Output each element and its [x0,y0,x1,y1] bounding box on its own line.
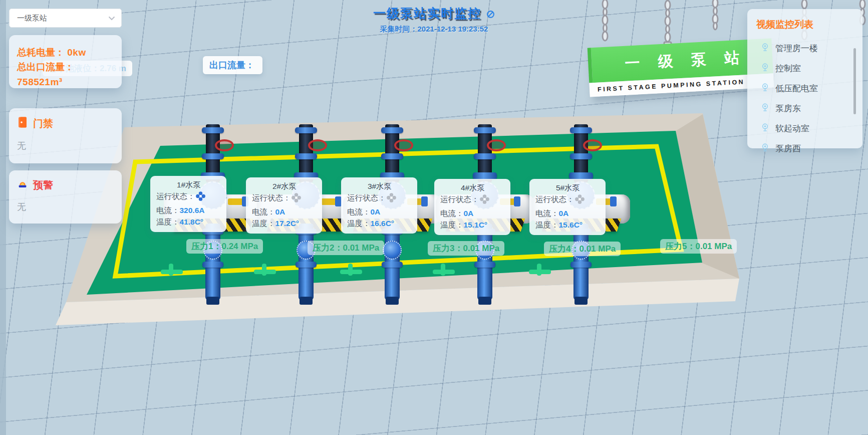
video-item-pumphouse-east[interactable]: 泵房东 [747,98,862,118]
pump-temp-row: 温度：15.1C° [440,220,505,231]
video-item-management-1f[interactable]: 管理房一楼 [747,38,862,58]
pipe-flange [382,262,403,268]
drain-fitting [537,264,541,276]
video-list: 管理房一楼 控制室 低压配电室 泵房东 软起动室 泵房西 [747,38,862,158]
coupling-tip [610,196,617,206]
pump-status-row: 运行状态： [252,192,317,206]
fan-stopped-icon [574,197,585,206]
station-select-value: 一级泵站 [17,14,47,23]
temp-value: 41.8C° [180,218,204,226]
fan-stopped-icon [291,196,302,204]
door-access-title: 门禁 [33,117,53,130]
valve-handwheel [394,139,413,151]
status-label: 运行状态： [252,193,291,202]
total-power-value: 0kw [67,47,86,58]
door-access-panel: 门禁 无 [9,108,122,163]
current-label: 电流： [347,207,371,216]
temp-label: 温度： [156,218,180,226]
temp-label: 温度： [347,219,371,228]
drain-fitting [169,264,173,276]
coupling [228,198,243,205]
current-value: 320.6A [180,206,205,214]
door-icon [17,116,28,131]
temp-value: 16.6C° [371,219,395,228]
pipe-flange [474,262,495,268]
camera-icon [760,142,770,155]
pipe-flange [570,153,592,159]
chain-2 [664,1,671,45]
video-item-label: 低压配电室 [775,83,818,94]
camera-icon [760,62,770,75]
video-item-label: 泵房东 [775,103,801,114]
pump-current-row: 电流：0A [252,206,317,218]
status-label: 运行状态： [440,195,479,203]
gate-valve [383,241,402,260]
current-label: 电流： [252,207,275,216]
fan-stopped-icon [386,196,397,204]
door-access-content: 无 [17,140,114,152]
pump-status-row: 运行状态： [535,194,601,208]
video-list-scrollbar[interactable] [853,48,856,114]
pressure-tag-2: 压力2：0.01 MPa [308,241,384,255]
pipe-foot [206,297,219,305]
pump-station-dashboard: { "header": { "station_selector": { "val… [0,0,868,435]
pipe-foot [478,297,491,305]
pipe-flange [295,127,317,133]
drain-fitting [348,264,353,276]
pipe-flange [202,127,224,133]
valve-handwheel [487,139,506,151]
video-item-control-room[interactable]: 控制室 [747,58,862,78]
video-item-lv-power-room[interactable]: 低压配电室 [747,78,862,98]
camera-icon [760,82,770,95]
station-sign-banner: 一 级 泵 站 FIRST STAGE PUMPING STATION [588,38,774,97]
total-flow-value: 758521m³ [17,75,122,89]
pump-name: 2#水泵 [252,181,317,192]
pipe-flange [473,172,497,179]
pump-name: 3#水泵 [347,181,412,192]
temp-label: 温度： [440,221,464,229]
hide-labels-icon[interactable] [486,10,495,21]
camera-icon [760,42,770,55]
pump-card-2: 2#水泵 运行状态： 电流：0A 温度：17.2C° [246,177,322,234]
warning-title: 预警 [33,178,53,192]
video-item-pumphouse-west[interactable]: 泵房西 [747,138,862,158]
pipe-flange [295,153,317,159]
pump-temp-row: 温度：16.6C° [347,218,412,230]
current-label: 电流： [156,206,180,214]
temp-value: 15.1C° [464,221,488,229]
pressure-tag-5: 压力5：0.01 MPa [660,239,737,254]
fan-running-icon [195,194,206,203]
fan-stopped-icon [479,197,490,206]
pipe-flange [474,127,496,133]
camera-icon [760,122,770,135]
pump-card-3: 3#水泵 运行状态： 电流：0A 温度：16.6C° [341,177,417,234]
drain-fitting [262,264,266,276]
total-power-label: 总耗电量： [17,47,65,58]
status-label: 运行状态： [535,195,574,203]
video-item-label: 管理房一楼 [775,43,818,54]
total-flow-label: 总出口流量： [17,60,122,74]
chain-1 [603,0,608,41]
temp-value: 15.6C° [559,221,583,229]
station-select[interactable]: 一级泵站 [9,9,122,28]
pump-status-row: 运行状态： [347,192,412,206]
pump-temp-row: 温度：15.6C° [535,220,601,231]
chevron-down-icon [108,14,115,23]
pipe-foot [300,297,313,305]
pump-temp-row: 温度：17.2C° [252,218,317,230]
pipe-flange [570,262,592,268]
pump-status-row: 运行状态： [156,191,221,205]
pump-status-row: 运行状态： [440,194,505,208]
pump-name: 1#水泵 [156,179,221,191]
current-value: 0A [464,209,474,218]
pressure-tag-4: 压力4：0.01 MPa [544,242,621,256]
alarm-light-icon [17,178,28,192]
current-label: 电流： [440,209,464,218]
pump-temp-row: 温度：41.8C° [156,216,221,228]
page-title: 一级泵站实时监控 [373,5,481,22]
video-item-softstart-room[interactable]: 软起动室 [747,118,862,138]
pump-current-row: 电流：0A [440,208,505,220]
pump-name: 5#水泵 [535,182,601,194]
current-value: 0A [559,209,569,218]
camera-icon [760,102,770,115]
